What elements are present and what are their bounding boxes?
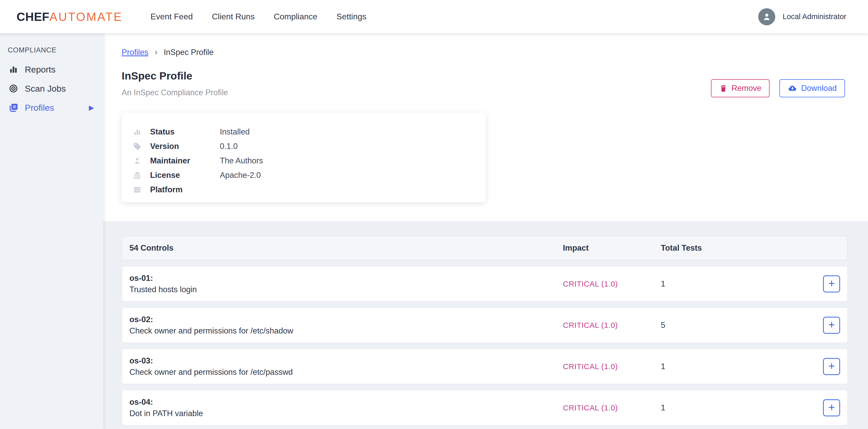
list-icon — [131, 185, 143, 194]
page-subtitle: An InSpec Compliance Profile — [122, 88, 228, 97]
page-title: InSpec Profile — [122, 70, 192, 82]
expand-control-button[interactable]: + — [823, 399, 840, 416]
download-button-label: Download — [801, 84, 837, 93]
plus-icon: + — [828, 402, 835, 413]
control-row-os-03: os-03: Check owner and permissions for /… — [122, 349, 848, 384]
control-id: os-04: — [129, 396, 563, 408]
breadcrumb-profiles-link[interactable]: Profiles — [122, 48, 148, 57]
sidebar-item-label: Reports — [25, 65, 56, 75]
control-title: Trusted hosts login — [129, 284, 563, 295]
control-id: os-03: — [129, 355, 563, 366]
detail-value: Installed — [220, 127, 250, 137]
control-total-tests: 1 — [661, 403, 816, 412]
detail-value: The Authors — [220, 156, 263, 165]
remove-button-label: Remove — [732, 84, 761, 93]
trash-icon — [719, 84, 727, 92]
detail-row-platform: Platform — [122, 183, 486, 197]
control-row-os-02: os-02: Check owner and permissions for /… — [122, 307, 848, 343]
top-navigation: CHEFAUTOMATE Event Feed Client Runs Comp… — [0, 0, 868, 33]
detail-label: Maintainer — [150, 156, 220, 165]
breadcrumb-chevron-icon: › — [154, 47, 157, 56]
chevron-right-icon[interactable]: ▶ — [89, 104, 94, 112]
control-title: Dot in PATH variable — [129, 408, 563, 419]
logo-chef-text: CHEF — [17, 10, 49, 24]
detail-row-license: License Apache-2.0 — [122, 168, 486, 183]
sidebar-item-label: Profiles — [25, 103, 54, 113]
sidebar-section-title: COMPLIANCE — [8, 46, 103, 54]
bar-chart-icon — [131, 128, 143, 136]
main-content: Profiles › InSpec Profile InSpec Profile… — [103, 33, 868, 429]
bank-icon — [131, 171, 143, 180]
controls-section: 54 Controls Impact Total Tests os-01: Tr… — [103, 221, 868, 429]
control-title: Check owner and permissions for /etc/sha… — [129, 325, 563, 337]
download-button[interactable]: Download — [779, 79, 845, 97]
logo-automate-text: AUTOMATE — [49, 10, 122, 24]
chef-automate-logo[interactable]: CHEFAUTOMATE — [17, 10, 123, 24]
bar-chart-icon — [8, 65, 19, 74]
expand-control-button[interactable]: + — [823, 275, 840, 292]
expand-control-button[interactable]: + — [823, 317, 840, 334]
column-total-tests: Total Tests — [661, 243, 816, 253]
main-nav: Event Feed Client Runs Compliance Settin… — [151, 12, 367, 22]
sidebar-item-reports[interactable]: Reports — [0, 60, 103, 79]
detail-label: Platform — [150, 185, 220, 194]
control-id: os-02: — [129, 314, 563, 325]
control-total-tests: 5 — [661, 321, 816, 330]
sidebar-item-scan-jobs[interactable]: Scan Jobs — [0, 79, 103, 98]
sidebar: COMPLIANCE Reports Scan Jobs Profiles ▶ — [0, 33, 103, 429]
control-total-tests: 1 — [661, 362, 816, 371]
person-icon — [131, 157, 143, 165]
user-menu[interactable]: Local Administrator — [758, 8, 846, 25]
documents-icon — [8, 103, 19, 112]
control-total-tests: 1 — [661, 279, 816, 289]
column-controls: 54 Controls — [122, 243, 563, 253]
control-impact: CRITICAL (1.0) — [563, 362, 661, 371]
controls-table-header: 54 Controls Impact Total Tests — [122, 236, 848, 260]
sidebar-item-label: Scan Jobs — [25, 84, 66, 94]
breadcrumb-current: InSpec Profile — [164, 48, 214, 57]
detail-label: License — [150, 171, 220, 180]
control-impact: CRITICAL (1.0) — [563, 403, 661, 412]
control-impact: CRITICAL (1.0) — [563, 321, 661, 330]
nav-event-feed[interactable]: Event Feed — [151, 12, 193, 22]
nav-client-runs[interactable]: Client Runs — [212, 12, 254, 22]
remove-button[interactable]: Remove — [711, 79, 770, 97]
expand-control-button[interactable]: + — [823, 358, 840, 375]
control-title: Check owner and permissions for /etc/pas… — [129, 366, 563, 378]
radar-icon — [8, 84, 19, 93]
control-impact: CRITICAL (1.0) — [563, 279, 661, 288]
detail-row-maintainer: Maintainer The Authors — [122, 154, 486, 168]
nav-settings[interactable]: Settings — [337, 12, 367, 22]
detail-value: 0.1.0 — [220, 142, 238, 151]
user-avatar-icon — [758, 8, 775, 25]
controls-table: 54 Controls Impact Total Tests os-01: Tr… — [122, 236, 848, 426]
detail-row-status: Status Installed — [122, 125, 486, 139]
nav-compliance[interactable]: Compliance — [274, 12, 317, 22]
plus-icon: + — [828, 360, 835, 372]
column-impact: Impact — [563, 243, 661, 253]
detail-row-version: Version 0.1.0 — [122, 139, 486, 154]
control-id: os-01: — [129, 272, 563, 284]
sidebar-item-profiles[interactable]: Profiles ▶ — [0, 98, 103, 117]
plus-icon: + — [828, 278, 835, 289]
profile-details-card: Status Installed Version 0.1.0 Maintaine… — [122, 113, 486, 202]
plus-icon: + — [828, 319, 835, 330]
detail-label: Version — [150, 142, 220, 151]
cloud-download-icon — [788, 84, 797, 93]
control-row-os-01: os-01: Trusted hosts login CRITICAL (1.0… — [122, 266, 848, 302]
breadcrumb: Profiles › InSpec Profile — [122, 48, 214, 57]
tag-icon — [131, 142, 143, 151]
user-name: Local Administrator — [782, 12, 846, 21]
control-row-os-04: os-04: Dot in PATH variable CRITICAL (1.… — [122, 390, 848, 426]
page-actions: Remove Download — [711, 79, 845, 97]
detail-value: Apache-2.0 — [220, 171, 261, 180]
detail-label: Status — [150, 127, 220, 137]
